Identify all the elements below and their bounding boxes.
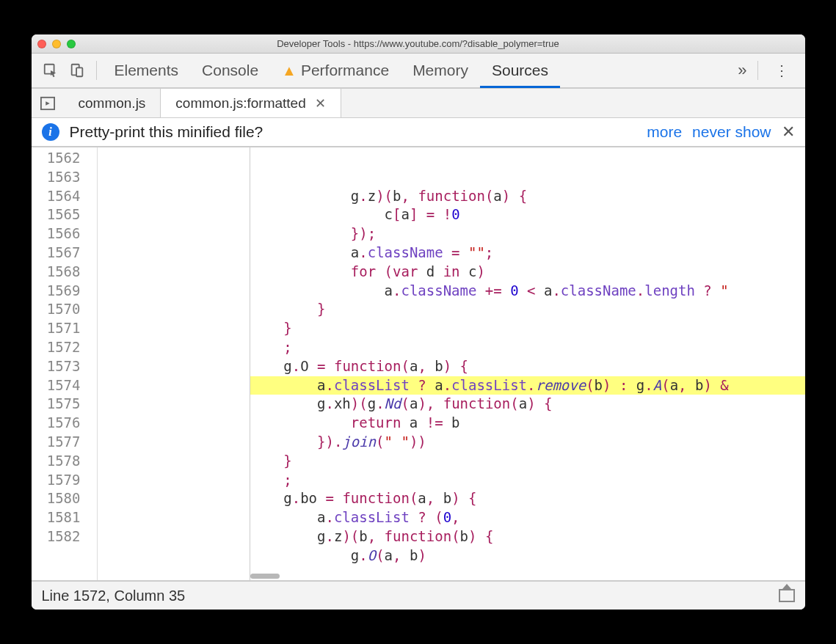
code-line[interactable] — [250, 566, 805, 580]
code-line[interactable]: ; — [250, 338, 805, 357]
tab-console[interactable]: Console — [190, 53, 270, 88]
line-number: 1564 — [32, 187, 81, 206]
main-toolbar: Elements Console ▲Performance Memory Sou… — [32, 54, 805, 89]
code-line[interactable]: g.z)(b, function(b) { — [250, 527, 805, 546]
file-tab-common-js[interactable]: common.js — [64, 89, 161, 117]
horizontal-scrollbar[interactable] — [250, 574, 280, 579]
line-number: 1575 — [32, 395, 81, 414]
devtools-window: Developer Tools - https://www.youtube.co… — [32, 34, 805, 610]
warning-icon: ▲ — [282, 53, 297, 88]
tab-memory[interactable]: Memory — [401, 53, 480, 88]
line-number: 1576 — [32, 414, 81, 433]
line-number: 1565 — [32, 205, 81, 224]
line-number: 1566 — [32, 224, 81, 244]
code-line[interactable]: a.className += 0 < a.className.length ? … — [250, 282, 805, 301]
device-toolbar-icon[interactable] — [64, 57, 90, 84]
inspect-element-icon[interactable] — [37, 57, 64, 84]
svg-rect-2 — [76, 67, 82, 76]
gutter-gap — [98, 147, 250, 580]
toolbar-divider — [96, 61, 97, 80]
line-number: 1574 — [32, 376, 81, 395]
infobar-more-link[interactable]: more — [647, 123, 682, 141]
line-number: 1581 — [32, 508, 81, 527]
code-line[interactable]: a.className = ""; — [250, 244, 805, 263]
code-line[interactable]: ; — [250, 471, 805, 490]
code-line[interactable]: a.classList ? a.classList.remove(b) : g.… — [250, 376, 805, 395]
line-number: 1573 — [32, 357, 81, 376]
line-number: 1580 — [32, 489, 81, 508]
line-number: 1579 — [32, 471, 81, 490]
tab-elements[interactable]: Elements — [103, 53, 191, 88]
infobar-close-icon[interactable]: ✕ — [782, 122, 795, 142]
toolbar-divider — [757, 61, 758, 80]
code-line[interactable]: g.O = function(a, b) { — [250, 357, 805, 376]
window-title: Developer Tools - https://www.youtube.co… — [32, 38, 805, 49]
code-line[interactable]: g.O(a, b) — [250, 546, 805, 566]
line-number: 1569 — [32, 282, 81, 301]
tab-performance[interactable]: ▲Performance — [270, 53, 401, 88]
line-number-gutter: 1562156315641565156615671568156915701571… — [32, 147, 98, 580]
code-line[interactable]: g.bo = function(a, b) { — [250, 489, 805, 508]
info-icon: i — [42, 123, 59, 141]
code-line[interactable]: } — [250, 300, 805, 319]
line-number: 1570 — [32, 300, 81, 319]
code-line[interactable]: g.z)(b, function(a) { — [250, 187, 805, 206]
code-line[interactable]: for (var d in c) — [250, 263, 805, 282]
code-line[interactable]: }).join(" ")) — [250, 433, 805, 452]
line-number: 1567 — [32, 244, 81, 263]
tab-sources[interactable]: Sources — [480, 53, 560, 88]
status-bar: Line 1572, Column 35 — [32, 580, 805, 610]
infobar-message: Pretty-print this minified file? — [70, 123, 263, 141]
close-tab-icon[interactable]: ✕ — [315, 95, 326, 111]
line-number: 1578 — [32, 452, 81, 471]
settings-menu-icon[interactable]: ⋮ — [764, 62, 799, 79]
line-number: 1562 — [32, 149, 81, 168]
code-line[interactable]: a.classList ? (0, — [250, 508, 805, 527]
code-content[interactable]: g.z)(b, function(a) { c[a] = !0 }); a.cl… — [250, 147, 805, 580]
code-line[interactable]: } — [250, 452, 805, 471]
drawer-toggle-icon[interactable] — [779, 589, 795, 602]
infobar-nevershow-link[interactable]: never show — [692, 123, 771, 141]
line-number: 1577 — [32, 433, 81, 452]
code-line[interactable]: g.xh)(g.Nd(a), function(a) { — [250, 395, 805, 414]
code-line[interactable]: }); — [250, 224, 805, 244]
code-line[interactable]: c[a] = !0 — [250, 205, 805, 224]
titlebar: Developer Tools - https://www.youtube.co… — [32, 34, 805, 54]
line-number: 1582 — [32, 527, 81, 546]
code-line[interactable]: } — [250, 319, 805, 338]
code-line[interactable]: return a != b — [250, 414, 805, 433]
line-number: 1568 — [32, 263, 81, 282]
file-tabs-bar: common.js common.js:formatted ✕ — [32, 89, 805, 118]
pretty-print-infobar: i Pretty-print this minified file? more … — [32, 118, 805, 147]
navigator-toggle-icon[interactable] — [32, 89, 64, 117]
cursor-position: Line 1572, Column 35 — [42, 588, 186, 604]
code-editor[interactable]: 1562156315641565156615671568156915701571… — [32, 147, 805, 580]
file-tab-common-js-formatted[interactable]: common.js:formatted ✕ — [161, 89, 341, 117]
line-number: 1571 — [32, 319, 81, 338]
more-tabs-icon[interactable]: » — [729, 61, 751, 80]
line-number: 1563 — [32, 168, 81, 187]
line-number: 1572 — [32, 338, 81, 357]
